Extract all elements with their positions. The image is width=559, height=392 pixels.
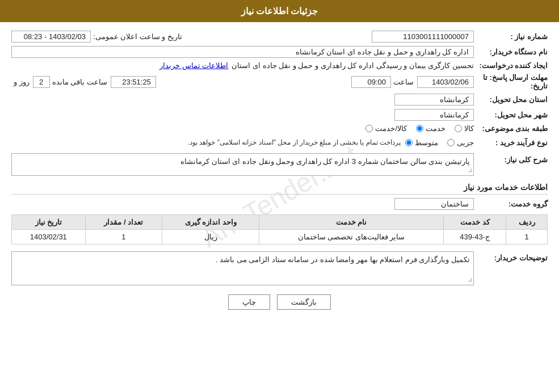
province-label: استان محل تحویل: [474, 95, 548, 104]
category-option-kala-label: کالا [464, 124, 474, 133]
buttons-row: بازگشت چاپ [11, 294, 548, 310]
buyer-notes-label: توضیحات خریدار: [474, 254, 548, 262]
category-option-khadamat-label: خدمت [426, 124, 445, 133]
col-header-name: نام خدمت [259, 215, 444, 230]
announce-value: 1403/02/03 - 08:23 [11, 31, 91, 43]
row-deadline: مهلت ارسال پاسخ: تا تاریخ: 1403/02/06 سا… [11, 73, 548, 90]
category-label: طبقه بندی موضوعی: [474, 124, 548, 133]
process-label: نوع فرآیند خرید : [474, 138, 548, 147]
row-province: استان محل تحویل: کرمانشاه [11, 94, 548, 106]
col-header-date: تاریخ نیاز [12, 215, 86, 230]
province-value: کرمانشاه [394, 94, 474, 106]
row-category: طبقه بندی موضوعی: کالا/خدمت خدمت کالا [11, 124, 548, 133]
process-option-jozi[interactable]: جزیی [447, 138, 474, 147]
process-option-motavaset-label: متوسط [415, 138, 438, 147]
category-radio-kala[interactable] [455, 125, 462, 132]
row-need-desc: شرح کلی نیاز: پارتیشن بندی سالن ساختمان … [11, 153, 548, 176]
created-by-label: ایجاد کننده درخواست: [474, 61, 548, 70]
need-desc-value: پارتیشن بندی سالن ساختمان شماره 3 اداره … [180, 157, 470, 166]
created-by-value: تحسین کارگری بیمان و رسیدگی اداره کل راه… [232, 61, 474, 70]
service-group-value: ساختمان [394, 198, 474, 210]
category-radio-kala-khadamat[interactable] [365, 125, 373, 132]
row-process: نوع فرآیند خرید : متوسط جزیی پرداخت تمام… [11, 136, 548, 149]
col-header-qty: تعداد / مقدار [85, 215, 162, 230]
process-option-jozi-label: جزیی [457, 138, 474, 147]
page-wrapper: AnaTender.net جزئیات اطلاعات نیاز شماره … [0, 0, 559, 392]
buyer-name-value: اداره کل راهداری و حمل و نقل جاده ای است… [11, 46, 474, 58]
cell-code: ج-43-439 [444, 230, 506, 245]
print-button[interactable]: چاپ [228, 294, 270, 310]
city-label: شهر محل تحویل: [474, 111, 548, 119]
row-buyer-name: نام دستگاه خریدار: اداره کل راهداری و حم… [11, 46, 548, 58]
buyer-notes-value: تکمیل وبارگذاری فرم استعلام بها مهر وامض… [216, 255, 470, 264]
buyer-name-label: نام دستگاه خریدار: [474, 48, 548, 56]
resize-handle-icon: ⌟ [468, 162, 472, 174]
cell-name: سایر فعالیت‌های تخصصی ساختمان [259, 230, 444, 245]
cell-date: 1403/02/31 [12, 230, 86, 245]
process-note: پرداخت تمام یا بخشی از مبلغ خریدار از مح… [183, 136, 405, 149]
page-header: جزئیات اطلاعات نیاز [0, 0, 559, 22]
resize-handle-icon2: ⌟ [468, 271, 472, 284]
col-header-row: ردیف [506, 215, 548, 230]
services-table: ردیف کد خدمت نام خدمت واحد اندازه گیری ت… [11, 214, 548, 245]
order-number-value: 1103001111000007 [372, 31, 474, 43]
announce-label: تاریخ و ساعت اعلان عمومی: [93, 32, 182, 41]
process-radio-group: متوسط جزیی [405, 138, 474, 147]
services-table-header-row: ردیف کد خدمت نام خدمت واحد اندازه گیری ت… [12, 215, 548, 230]
city-value: کرمانشاه [394, 109, 474, 121]
category-radio-khadamat[interactable] [416, 125, 423, 132]
deadline-countdown: 23:51:25 [111, 76, 156, 88]
page-content: شماره نیاز : 1103001111000007 تاریخ و سا… [0, 22, 559, 327]
row-created-by: ایجاد کننده درخواست: تحسین کارگری بیمان … [11, 61, 548, 70]
service-group-label: گروه خدمت: [474, 200, 548, 208]
page-title: جزئیات اطلاعات نیاز [241, 6, 318, 16]
back-button[interactable]: بازگشت [277, 294, 331, 310]
category-option-khadamat[interactable]: خدمت [416, 124, 445, 133]
category-option-kala-khadamat[interactable]: کالا/خدمت [365, 124, 407, 133]
table-row: 1 ج-43-439 سایر فعالیت‌های تخصصی ساختمان… [12, 230, 548, 245]
contact-link[interactable]: اطلاعات تماس خریدار [159, 61, 228, 70]
deadline-time: 09:00 [351, 76, 391, 88]
deadline-remaining-label: ساعت باقی مانده [52, 78, 107, 86]
need-desc-label: شرح کلی نیاز: [474, 155, 548, 164]
category-option-kala[interactable]: کالا [455, 124, 474, 133]
services-section-title: اطلاعات خدمات مورد نیاز [11, 183, 548, 195]
row-city: شهر محل تحویل: کرمانشاه [11, 109, 548, 121]
cell-row-num: 1 [506, 230, 548, 245]
deadline-label: مهلت ارسال پاسخ: تا تاریخ: [474, 73, 548, 90]
row-service-group: گروه خدمت: ساختمان [11, 198, 548, 210]
category-option-kala-khadamat-label: کالا/خدمت [375, 124, 407, 133]
row-buyer-notes: توضیحات خریدار: تکمیل وبارگذاری فرم استع… [11, 251, 548, 285]
process-option-motavaset[interactable]: متوسط [405, 138, 438, 147]
row-order-announce: شماره نیاز : 1103001111000007 تاریخ و سا… [11, 31, 548, 43]
order-number-label: شماره نیاز : [474, 32, 548, 41]
deadline-days-label: روز و [14, 78, 30, 86]
col-header-unit: واحد اندازه گیری [162, 215, 259, 230]
process-radio-jozi[interactable] [447, 139, 455, 146]
cell-unit: ریال [162, 230, 259, 245]
process-radio-motavaset[interactable] [405, 139, 413, 146]
deadline-time-label: ساعت [393, 78, 414, 86]
deadline-date: 1403/02/06 [417, 76, 474, 88]
category-radio-group: کالا/خدمت خدمت کالا [365, 124, 474, 133]
cell-qty: 1 [85, 230, 162, 245]
deadline-days: 2 [33, 76, 50, 88]
col-header-code: کد خدمت [444, 215, 506, 230]
